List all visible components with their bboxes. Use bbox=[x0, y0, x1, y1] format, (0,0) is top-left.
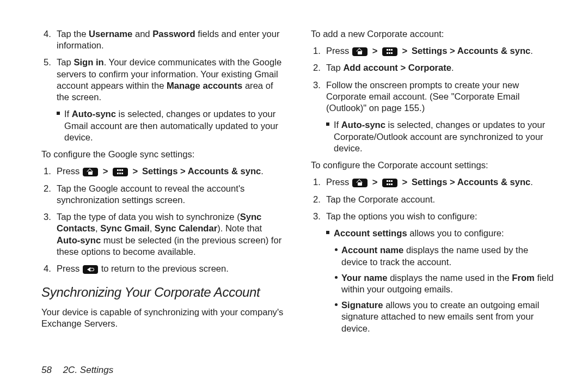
step-1: 1. Press > > Settings > Accounts & sync. bbox=[311, 176, 555, 188]
right-column: To add a new Corporate account: 1. Press… bbox=[311, 28, 555, 357]
square-bullet-icon bbox=[57, 112, 60, 115]
bold: Your name bbox=[341, 273, 388, 283]
bold: Auto-sync bbox=[57, 235, 101, 246]
back-button-icon bbox=[83, 265, 98, 274]
manual-page: 4. Tap the Username and Password fields … bbox=[0, 0, 588, 392]
step-number: 5. bbox=[44, 57, 51, 68]
google-sync-steps: 1. Press > > Settings > Accounts & sync.… bbox=[41, 166, 286, 274]
sub-bullet: If Auto-sync is selected, changes or upd… bbox=[41, 108, 286, 143]
dot-bullet-icon bbox=[335, 303, 338, 306]
step-number: 2. bbox=[44, 183, 51, 194]
bold: Settings > Accounts & sync bbox=[412, 177, 530, 187]
arrow-icon: > bbox=[372, 45, 378, 57]
text: Tap the type of data you wish to synchro… bbox=[57, 212, 240, 222]
text: Tap bbox=[57, 57, 74, 68]
step-number: 1. bbox=[313, 176, 321, 188]
text: If bbox=[64, 109, 72, 119]
text: Tap the options you wish to configure: bbox=[326, 211, 477, 222]
home-button-icon bbox=[352, 179, 367, 187]
bold: Account name bbox=[341, 245, 403, 255]
sub-bullet: Account settings allows you to configure… bbox=[311, 228, 555, 239]
bold: Sync Gmail bbox=[100, 223, 149, 234]
step-number: 2. bbox=[313, 62, 321, 74]
text: and bbox=[132, 29, 152, 39]
left-column: 4. Tap the Username and Password fields … bbox=[41, 28, 286, 357]
text: Press bbox=[326, 46, 352, 56]
square-bullet-icon bbox=[326, 231, 329, 234]
text: . bbox=[530, 177, 533, 187]
text: displays the name used in the bbox=[388, 273, 512, 283]
text: Press bbox=[326, 177, 352, 187]
step-4b: 4. Press to return to the previous scree… bbox=[41, 263, 286, 274]
text: . bbox=[530, 46, 533, 56]
home-button-icon bbox=[83, 168, 98, 176]
step-number: 3. bbox=[44, 211, 51, 223]
bold: Add account > Corporate bbox=[343, 63, 451, 73]
text: Tap the Corporate account. bbox=[326, 194, 435, 205]
section-heading: Synchronizing Your Corporate Account bbox=[41, 284, 286, 301]
apps-grid-icon bbox=[382, 47, 397, 56]
text: Tap bbox=[326, 63, 343, 73]
step-5: 5. Tap Sign in. Your device communicates… bbox=[41, 57, 286, 103]
text: . bbox=[261, 166, 264, 176]
apps-grid-icon bbox=[382, 179, 397, 187]
bold: Account settings bbox=[334, 228, 407, 238]
bold: Sync Calendar bbox=[155, 223, 217, 234]
arrow-icon: > bbox=[372, 176, 378, 188]
intro-text: Your device is capable of synchronizing … bbox=[41, 307, 286, 329]
step-3: 3. Tap the type of data you wish to sync… bbox=[41, 211, 286, 258]
sub-sub-bullet: Signature allows you to create an outgoi… bbox=[311, 299, 555, 334]
bold: Settings > Accounts & sync bbox=[142, 166, 261, 176]
continued-steps: 4. Tap the Username and Password fields … bbox=[41, 28, 286, 103]
apps-grid-icon bbox=[113, 168, 128, 176]
bold: Username bbox=[89, 29, 132, 39]
lead-text: To configure the Google sync settings: bbox=[41, 149, 286, 160]
step-3: 3. Follow the onscreen prompts to create… bbox=[311, 79, 555, 114]
step-number: 1. bbox=[313, 45, 321, 57]
step-number: 3. bbox=[313, 211, 321, 222]
home-button-icon bbox=[352, 47, 367, 56]
bold: Manage accounts bbox=[167, 81, 242, 91]
bold: Auto-sync bbox=[72, 109, 116, 119]
step-number: 3. bbox=[313, 79, 321, 91]
page-footer: 58 2C. Settings bbox=[41, 365, 555, 376]
text: , bbox=[95, 223, 100, 234]
bold: Auto-sync bbox=[341, 120, 385, 130]
configure-corporate-steps: 1. Press > > Settings > Accounts & sync.… bbox=[311, 176, 555, 222]
step-2: 2. Tap the Corporate account. bbox=[311, 194, 555, 205]
section-label: 2C. Settings bbox=[63, 365, 114, 375]
text: Tap the Google account to reveal the acc… bbox=[57, 183, 244, 205]
text: Follow the onscreen prompts to create yo… bbox=[326, 80, 519, 113]
sub-sub-bullet: Account name displays the name used by t… bbox=[311, 244, 555, 267]
step-3: 3. Tap the options you wish to configure… bbox=[311, 211, 555, 222]
step-1: 1. Press > > Settings > Accounts & sync. bbox=[41, 166, 286, 177]
dot-bullet-icon bbox=[335, 276, 338, 279]
text: allows you to configure: bbox=[407, 228, 504, 238]
square-bullet-icon bbox=[326, 122, 329, 126]
dot-bullet-icon bbox=[335, 248, 338, 251]
lead-text: To add a new Corporate account: bbox=[311, 28, 555, 40]
bold: Sign in bbox=[74, 57, 103, 68]
add-corporate-steps: 1. Press > > Settings > Accounts & sync.… bbox=[311, 45, 555, 114]
two-column-layout: 4. Tap the Username and Password fields … bbox=[41, 28, 555, 357]
bold: From bbox=[512, 273, 534, 283]
text: , bbox=[150, 223, 155, 234]
arrow-icon: > bbox=[103, 166, 108, 177]
step-1: 1. Press > > Settings > Accounts & sync. bbox=[311, 45, 555, 57]
step-4: 4. Tap the Username and Password fields … bbox=[41, 28, 286, 51]
bold: Settings > Accounts & sync bbox=[412, 46, 530, 56]
arrow-icon: > bbox=[133, 166, 138, 177]
step-2: 2. Tap the Google account to reveal the … bbox=[41, 183, 286, 206]
step-number: 4. bbox=[44, 263, 51, 274]
step-number: 2. bbox=[313, 194, 321, 205]
text: If bbox=[334, 120, 341, 130]
text: Press bbox=[57, 264, 82, 274]
step-2: 2. Tap Add account > Corporate. bbox=[311, 62, 555, 74]
page-number: 58 bbox=[41, 365, 52, 375]
step-number: 1. bbox=[44, 166, 51, 177]
bold: Signature bbox=[341, 300, 383, 310]
step-number: 4. bbox=[44, 28, 51, 40]
text: Tap the bbox=[57, 29, 89, 39]
text: . bbox=[451, 63, 454, 73]
text: to return to the previous screen. bbox=[99, 264, 229, 274]
